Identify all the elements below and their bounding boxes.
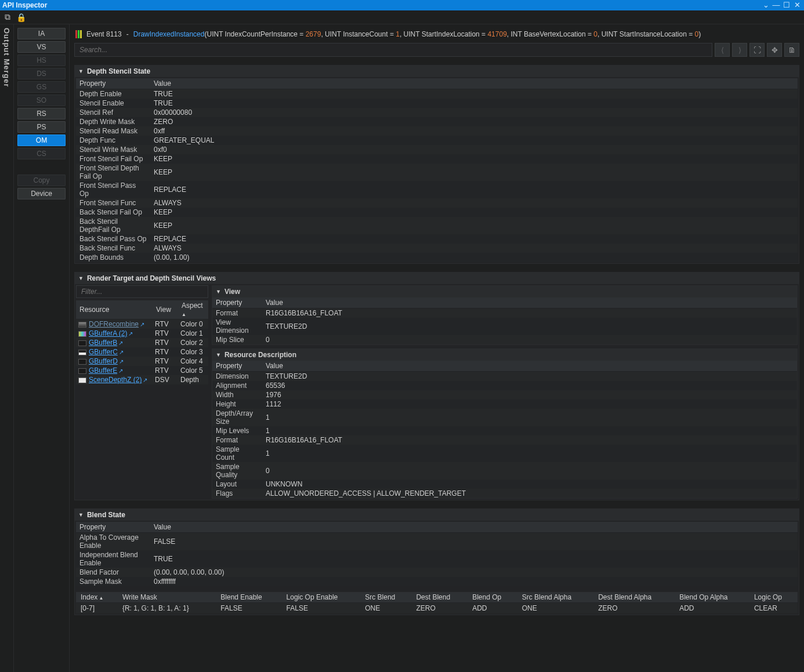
prev-result-icon[interactable]: ⟨ <box>715 43 730 57</box>
col-dest-blend[interactable]: Dest Blend <box>411 592 468 603</box>
col-writemask[interactable]: Write Mask <box>118 592 216 603</box>
external-link-icon[interactable]: ↗ <box>118 340 123 346</box>
external-link-icon[interactable]: ↗ <box>119 349 124 355</box>
stage-ps-button[interactable]: PS <box>17 121 66 133</box>
table-row[interactable]: Stencil Write Mask0xf0 <box>76 145 798 154</box>
stage-rs-button[interactable]: RS <box>17 108 66 119</box>
table-row[interactable]: DimensionTEXTURE2D <box>212 372 797 382</box>
resource-desc-header[interactable]: ▼ Resource Description <box>212 349 797 361</box>
external-link-icon[interactable]: ↗ <box>119 358 124 365</box>
resource-link[interactable]: GBufferB <box>89 339 117 347</box>
stage-so-button[interactable]: SO <box>17 95 66 106</box>
resource-row[interactable]: GBufferB↗RTVColor 2 <box>76 338 208 347</box>
resource-row[interactable]: GBufferC↗RTVColor 3 <box>76 347 208 357</box>
table-row[interactable]: Mip Slice0 <box>212 335 797 344</box>
next-result-icon[interactable]: ⟩ <box>732 43 747 57</box>
table-row[interactable]: Depth Bounds(0.00, 1.00) <box>76 253 798 262</box>
table-row[interactable]: View DimensionTEXTURE2D <box>212 318 797 335</box>
stage-ia-button[interactable]: IA <box>17 28 66 39</box>
export-icon[interactable]: 🗎 <box>784 43 799 57</box>
external-link-icon[interactable]: ↗ <box>118 368 123 374</box>
col-logic-enable[interactable]: Logic Op Enable <box>282 592 361 603</box>
col-blend-op-alpha[interactable]: Blend Op Alpha <box>675 592 749 603</box>
col-value[interactable]: Value <box>150 522 798 533</box>
table-row[interactable]: Depth Write MaskZERO <box>76 117 798 126</box>
table-row[interactable]: Depth EnableTRUE <box>76 89 798 99</box>
table-row[interactable]: Front Stencil FuncALWAYS <box>76 198 798 208</box>
stage-copy-button[interactable]: Copy <box>17 175 66 186</box>
table-row[interactable]: Depth FuncGREATER_EQUAL <box>76 136 798 145</box>
table-row[interactable]: Stencil Read Mask0xff <box>76 126 798 136</box>
resource-link[interactable]: DOFRecombine <box>89 320 139 328</box>
view-header[interactable]: ▼ View <box>212 286 797 297</box>
table-row[interactable]: Width1976 <box>212 390 797 399</box>
col-aspect[interactable]: Aspect <box>178 300 208 319</box>
table-row[interactable]: Mip Levels1 <box>212 426 797 435</box>
table-row[interactable]: Stencil Ref0x00000080 <box>76 108 798 117</box>
blend-state-header[interactable]: ▼ Blend State <box>75 509 799 521</box>
search-input[interactable] <box>74 43 712 57</box>
depth-stencil-header[interactable]: ▼ Depth Stencil State <box>75 66 799 77</box>
stage-ds-button[interactable]: DS <box>17 68 66 79</box>
col-index[interactable]: Index <box>76 592 118 603</box>
stage-hs-button[interactable]: HS <box>17 55 66 66</box>
col-view[interactable]: View <box>153 300 178 319</box>
table-row[interactable]: Back Stencil FuncALWAYS <box>76 244 798 253</box>
resource-link[interactable]: SceneDepthZ (2) <box>89 376 142 384</box>
resource-row[interactable]: DOFRecombine↗RTVColor 0 <box>76 319 208 329</box>
col-property[interactable]: Property <box>76 78 150 89</box>
table-row[interactable]: LayoutUNKNOWN <box>212 480 797 489</box>
draw-call-name[interactable]: DrawIndexedInstanced <box>133 30 205 38</box>
pin-icon[interactable]: ⌄ <box>761 1 770 9</box>
resource-link[interactable]: GBufferE <box>89 366 117 375</box>
table-row[interactable]: Back Stencil DepthFail OpKEEP <box>76 217 798 234</box>
minimize-icon[interactable]: — <box>772 1 781 9</box>
table-row[interactable]: Sample Mask0xffffffff <box>76 577 798 586</box>
maximize-icon[interactable]: ☐ <box>782 1 791 9</box>
resource-link[interactable]: GBufferD <box>89 357 118 365</box>
col-blend-op[interactable]: Blend Op <box>468 592 517 603</box>
collapse-all-icon[interactable]: ✥ <box>767 43 782 57</box>
stage-device-button[interactable]: Device <box>17 188 66 199</box>
filter-input[interactable] <box>76 285 208 298</box>
stage-gs-button[interactable]: GS <box>17 81 66 93</box>
table-row[interactable]: Sample Count1 <box>212 445 797 462</box>
col-value[interactable]: Value <box>150 78 798 89</box>
table-row[interactable]: Front Stencil Depth Fail OpKEEP <box>76 164 798 181</box>
table-row[interactable]: Alignment65536 <box>212 381 797 390</box>
external-link-icon[interactable]: ↗ <box>143 377 147 383</box>
resource-row[interactable]: GBufferD↗RTVColor 4 <box>76 357 208 366</box>
vertical-tab-label[interactable]: Output Merger <box>2 28 11 88</box>
col-property[interactable]: Property <box>76 522 150 533</box>
col-src-blend-alpha[interactable]: Src Blend Alpha <box>517 592 593 603</box>
table-row[interactable]: Independent Blend EnableTRUE <box>76 550 798 568</box>
lock-icon[interactable]: 🔒 <box>16 13 26 22</box>
stage-om-button[interactable]: OM <box>17 135 66 146</box>
external-link-icon[interactable]: ↗ <box>140 321 144 328</box>
table-row[interactable]: Sample Quality0 <box>212 462 797 480</box>
table-row[interactable]: Front Stencil Pass OpREPLACE <box>76 181 798 198</box>
table-row[interactable]: Alpha To Coverage EnableFALSE <box>76 533 798 551</box>
resource-row[interactable]: SceneDepthZ (2)↗DSVDepth <box>76 375 208 384</box>
col-logic-op[interactable]: Logic Op <box>749 592 798 603</box>
resource-row[interactable]: GBufferE↗RTVColor 5 <box>76 366 208 375</box>
rtv-dsv-header[interactable]: ▼ Render Target and Depth Stencil Views <box>75 273 799 284</box>
col-property[interactable]: Property <box>212 361 262 372</box>
table-row[interactable]: Stencil EnableTRUE <box>76 99 798 108</box>
resource-link[interactable]: GBufferC <box>89 348 118 356</box>
col-resource[interactable]: Resource <box>76 300 153 319</box>
table-row[interactable]: Back Stencil Fail OpKEEP <box>76 208 798 217</box>
col-src-blend[interactable]: Src Blend <box>360 592 411 603</box>
table-row[interactable]: Depth/Array Size1 <box>212 409 797 426</box>
external-link-icon[interactable]: ↗ <box>128 330 133 337</box>
blend-target-row[interactable]: [0-7] {R: 1, G: 1, B: 1, A: 1} FALSE FAL… <box>76 603 798 614</box>
table-row[interactable]: FormatR16G16B16A16_FLOAT <box>212 435 797 445</box>
table-row[interactable]: Back Stencil Pass OpREPLACE <box>76 234 798 244</box>
col-blend-enable[interactable]: Blend Enable <box>216 592 281 603</box>
col-value[interactable]: Value <box>262 297 797 308</box>
expand-all-icon[interactable]: ⛶ <box>749 43 765 57</box>
table-row[interactable]: FormatR16G16B16A16_FLOAT <box>212 308 797 318</box>
col-value[interactable]: Value <box>262 361 797 372</box>
resource-row[interactable]: GBufferA (2)↗RTVColor 1 <box>76 329 208 338</box>
table-row[interactable]: Blend Factor(0.00, 0.00, 0.00, 0.00) <box>76 568 798 577</box>
